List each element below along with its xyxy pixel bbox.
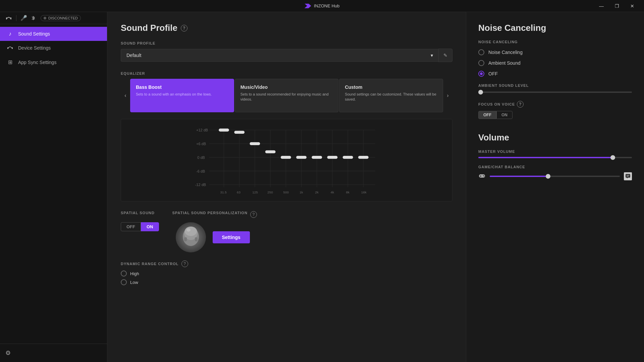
eq-card-desc: Sound settings can be customized. These … — [345, 92, 437, 102]
svg-text:2k: 2k — [315, 190, 319, 194]
nc-option-noise-canceling[interactable]: Noise Canceling — [478, 49, 632, 55]
radio-circle-low — [121, 279, 127, 285]
nc-radio-noise-canceling — [478, 49, 484, 55]
game-chat-sublabel: GAME/CHAT BALANCE — [478, 165, 632, 169]
eq-card-desc: Sets to a sound recommended for enjoying… — [240, 92, 333, 102]
chevron-down-icon: ▾ — [431, 53, 433, 58]
app-body: 🎤 DISCONNECTED ♪ Sound Settings Device S… — [0, 12, 644, 362]
nc-label-off: OFF — [488, 71, 498, 76]
sound-profile-dropdown-row: Default ▾ ✎ — [121, 49, 452, 62]
sound-profile-sublabel: SOUND PROFILE — [121, 41, 452, 45]
spatial-on-button[interactable]: ON — [141, 222, 159, 231]
svg-rect-27 — [265, 150, 276, 154]
dynamic-range-sublabel: DYNAMIC RANGE CONTROL — [121, 262, 179, 266]
spatial-sound-row: SPATIAL SOUND OFF ON SPATIAL SOUND PERSO… — [121, 211, 452, 252]
spatial-sound-toggle: OFF ON — [121, 222, 159, 231]
sidebar-nav: ♪ Sound Settings Device Settings ⊞ App S… — [0, 24, 107, 72]
svg-rect-48 — [184, 237, 187, 241]
nc-option-ambient[interactable]: Ambient Sound — [478, 60, 632, 66]
dynamic-range-low[interactable]: Low — [121, 279, 452, 285]
svg-text:1k: 1k — [300, 190, 303, 194]
ambient-level-thumb[interactable] — [478, 90, 483, 95]
main-content: Sound Profile ? SOUND PROFILE Default ▾ … — [107, 12, 466, 362]
headphone-small-icon — [5, 15, 12, 21]
volume-section: Volume MASTER VOLUME GAME/CHAT BALANCE — [478, 132, 632, 180]
gear-icon[interactable]: ⚙ — [5, 350, 11, 356]
bluetooth-icon — [31, 15, 35, 21]
master-volume-slider[interactable] — [478, 157, 632, 158]
svg-text:4k: 4k — [330, 190, 334, 194]
master-volume-thumb[interactable] — [610, 155, 615, 160]
spatial-personalization: SPATIAL SOUND PERSONALIZATION ? — [172, 211, 453, 252]
sidebar-item-app-sync[interactable]: ⊞ App Sync Settings — [0, 55, 107, 69]
grid-icon: ⊞ — [7, 59, 13, 65]
connection-status-badge: DISCONNECTED — [41, 15, 81, 21]
game-chat-row — [478, 172, 632, 180]
dynamic-range-high-label: High — [130, 271, 139, 276]
equalizer-sublabel: EQUALIZER — [121, 71, 452, 75]
eq-card-title: Music/Video — [240, 84, 333, 90]
svg-rect-3 — [12, 47, 13, 49]
eq-card-music-video[interactable]: Music/Video Sets to a sound recommended … — [235, 79, 339, 112]
svg-rect-56 — [626, 174, 630, 178]
dynamic-range-help-icon[interactable]: ? — [181, 260, 188, 267]
connection-dot — [44, 17, 46, 19]
spatial-settings-button[interactable]: Settings — [213, 231, 250, 243]
sound-profile-help-icon[interactable]: ? — [181, 25, 187, 32]
svg-text:31.5: 31.5 — [220, 190, 227, 194]
ambient-level-slider[interactable] — [478, 92, 632, 93]
right-panel: Noise Canceling NOISE CANCELING Noise Ca… — [466, 12, 644, 362]
sidebar-item-device-settings[interactable]: Device Settings — [0, 41, 107, 55]
spatial-sound-sublabel: SPATIAL SOUND — [121, 211, 159, 215]
focus-on-voice-toggle: OFF ON — [478, 111, 632, 119]
noise-canceling-section: Noise Canceling NOISE CANCELING Noise Ca… — [478, 23, 632, 119]
svg-rect-1 — [10, 17, 11, 19]
chat-icon — [624, 172, 632, 180]
radio-circle-high — [121, 270, 127, 277]
game-chat-slider[interactable] — [490, 176, 620, 177]
head-3d-icon — [176, 222, 206, 252]
titlebar-title: INZONE Hub — [314, 3, 340, 8]
minimize-button[interactable]: — — [594, 0, 609, 12]
dynamic-range-low-label: Low — [130, 280, 138, 285]
eq-prev-arrow[interactable]: ‹ — [121, 91, 130, 100]
headphone-icon — [7, 45, 13, 51]
eq-next-arrow[interactable]: › — [443, 91, 452, 100]
sound-profile-dropdown[interactable]: Default ▾ — [121, 49, 438, 62]
eq-graph-svg: +12 dB +6 dB 0 dB -6 dB -12 dB — [121, 123, 452, 196]
svg-text:0 dB: 0 dB — [197, 156, 205, 160]
svg-text:16k: 16k — [361, 190, 367, 194]
master-volume-fill — [478, 157, 613, 158]
eq-card-bass-boost[interactable]: Bass Boost Sets to a sound with an empha… — [130, 79, 234, 112]
svg-rect-31 — [327, 156, 338, 159]
close-button[interactable]: ✕ — [625, 0, 640, 12]
titlebar-center: INZONE Hub — [305, 3, 340, 8]
svg-text:8k: 8k — [346, 190, 350, 194]
inzone-logo-icon — [305, 4, 311, 8]
game-chat-thumb[interactable] — [546, 174, 550, 179]
spatial-off-button[interactable]: OFF — [121, 222, 141, 231]
dynamic-range-section: DYNAMIC RANGE CONTROL ? High Low — [121, 260, 452, 285]
sound-profile-edit-button[interactable]: ✎ — [438, 49, 452, 62]
focus-on-voice-section: FOCUS ON VOICE ? OFF ON — [478, 101, 632, 119]
focus-on-voice-help-icon[interactable]: ? — [517, 101, 524, 108]
spatial-personalization-help-icon[interactable]: ? — [250, 211, 257, 218]
svg-text:-12 dB: -12 dB — [195, 183, 206, 187]
svg-rect-49 — [195, 237, 198, 241]
sidebar-item-sound-settings[interactable]: ♪ Sound Settings — [0, 27, 107, 41]
svg-point-47 — [186, 228, 191, 232]
titlebar: INZONE Hub — ❐ ✕ — [0, 0, 644, 12]
eq-card-title: Bass Boost — [136, 84, 228, 90]
spatial-persona-header: SPATIAL SOUND PERSONALIZATION ? — [172, 211, 257, 218]
nc-option-off[interactable]: OFF — [478, 71, 632, 77]
svg-point-50 — [187, 240, 195, 245]
svg-rect-29 — [296, 156, 307, 159]
noise-canceling-sublabel: NOISE CANCELING — [478, 40, 632, 44]
focus-off-button[interactable]: OFF — [478, 111, 496, 119]
focus-on-button[interactable]: ON — [496, 111, 513, 119]
dynamic-range-high[interactable]: High — [121, 270, 452, 277]
eq-card-custom[interactable]: Custom Sound settings can be customized.… — [339, 79, 443, 112]
svg-text:+12 dB: +12 dB — [196, 128, 208, 132]
restore-button[interactable]: ❐ — [609, 0, 625, 12]
focus-on-voice-label: FOCUS ON VOICE ? — [478, 101, 632, 108]
